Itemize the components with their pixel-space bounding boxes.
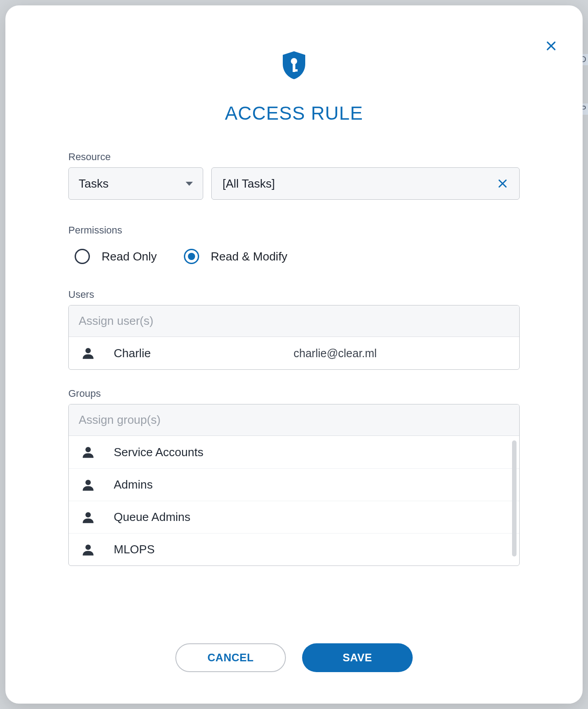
groups-search-input[interactable]	[69, 404, 519, 436]
modal-title: ACCESS RULE	[225, 103, 363, 124]
person-icon	[80, 444, 96, 460]
person-icon	[80, 510, 96, 525]
users-listbox: Charlie charlie@clear.ml	[68, 305, 520, 370]
chevron-down-icon	[186, 182, 193, 186]
radio-icon	[75, 249, 90, 264]
group-row[interactable]: Admins	[69, 468, 519, 501]
access-rule-modal: ACCESS RULE Resource Tasks [All Tasks] P…	[5, 5, 583, 704]
permissions-label: Permissions	[68, 224, 520, 236]
group-name: MLOPS	[114, 543, 276, 556]
shield-key-icon	[281, 50, 307, 80]
save-button[interactable]: SAVE	[302, 643, 413, 672]
users-label: Users	[68, 289, 520, 301]
svg-point-6	[85, 512, 91, 517]
resource-value-input[interactable]: [All Tasks]	[211, 167, 520, 200]
resource-type-value: Tasks	[79, 177, 108, 191]
svg-rect-2	[293, 69, 298, 72]
group-name: Queue Admins	[114, 510, 276, 524]
user-row[interactable]: Charlie charlie@clear.ml	[69, 337, 519, 369]
resource-label: Resource	[68, 151, 520, 163]
group-name: Service Accounts	[114, 445, 276, 459]
group-name: Admins	[114, 478, 276, 492]
permission-read-modify[interactable]: Read & Modify	[184, 249, 288, 264]
svg-point-7	[85, 544, 91, 550]
user-email: charlie@clear.ml	[294, 347, 377, 360]
radio-icon	[184, 249, 199, 264]
svg-point-3	[85, 348, 91, 353]
group-row[interactable]: Service Accounts	[69, 436, 519, 468]
users-search-input[interactable]	[69, 305, 519, 337]
scrollbar[interactable]	[512, 440, 517, 556]
groups-listbox: Service Accounts Admins Queue Admins	[68, 404, 520, 566]
permission-read-only[interactable]: Read Only	[75, 249, 157, 264]
group-row[interactable]: MLOPS	[69, 533, 519, 565]
svg-point-5	[85, 480, 91, 485]
groups-label: Groups	[68, 388, 520, 399]
close-button[interactable]	[542, 37, 560, 55]
resource-value-text: [All Tasks]	[223, 177, 275, 191]
user-name: Charlie	[114, 346, 276, 360]
person-icon	[80, 477, 96, 493]
cancel-button[interactable]: CANCEL	[175, 643, 286, 672]
person-icon	[80, 542, 96, 557]
clear-resource-button[interactable]	[497, 178, 508, 189]
permission-option-label: Read Only	[102, 250, 157, 264]
svg-point-4	[85, 447, 91, 452]
person-icon	[80, 346, 96, 361]
close-icon	[497, 178, 508, 189]
close-icon	[545, 40, 557, 52]
permission-option-label: Read & Modify	[211, 250, 288, 264]
resource-type-select[interactable]: Tasks	[68, 167, 203, 200]
group-row[interactable]: Queue Admins	[69, 501, 519, 533]
